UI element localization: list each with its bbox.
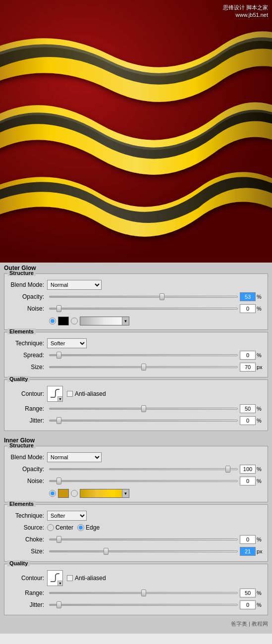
ig-radio-gradient[interactable]: [71, 490, 78, 497]
ig-center-radio[interactable]: [47, 524, 54, 531]
ig-source-center[interactable]: Center: [47, 524, 73, 531]
watermark: 思锋设计 脚本之家 www.jb51.net: [223, 4, 268, 19]
ig-technique-select[interactable]: Softer: [47, 511, 87, 521]
inner-glow-quality-title: Quality: [7, 560, 30, 566]
og-spread-unit: %: [257, 352, 265, 358]
ig-range-value[interactable]: 50: [240, 589, 256, 597]
ig-size-value[interactable]: 21: [240, 547, 256, 556]
blend-mode-select[interactable]: Normal: [47, 280, 102, 290]
og-spread-row: Spread: 0 %: [7, 350, 265, 360]
ig-blend-mode-select[interactable]: Normal: [47, 452, 102, 462]
og-radio-color[interactable]: [49, 318, 56, 324]
ig-jitter-unit: %: [257, 602, 265, 608]
og-spread-label: Spread:: [7, 352, 47, 359]
ig-opacity-label: Opacity:: [7, 466, 47, 473]
og-radio-gradient[interactable]: [71, 318, 78, 324]
og-size-row: Size: 70 px: [7, 362, 265, 372]
ig-edge-radio[interactable]: [77, 524, 84, 531]
og-color-swatch[interactable]: [58, 317, 69, 325]
noise-row: Noise: 0 %: [7, 304, 265, 314]
ig-jitter-slider[interactable]: [49, 604, 238, 606]
og-range-slider[interactable]: [49, 408, 238, 410]
inner-glow-elements: Elements Technique: Softer Source: Cente…: [4, 504, 268, 562]
og-range-value[interactable]: 50: [240, 404, 256, 413]
ig-opacity-slider[interactable]: [49, 468, 238, 470]
bottom-credit: 爸字奥 | 教程网: [0, 619, 272, 630]
ig-opacity-row: Opacity: 100 %: [7, 464, 265, 474]
ig-choke-slider[interactable]: [49, 538, 238, 540]
opacity-value[interactable]: 53: [240, 292, 256, 301]
og-contour-thumb[interactable]: ▼: [47, 386, 63, 402]
ig-range-row: Range: 50 %: [7, 588, 265, 598]
inner-glow-structure: Structure Blend Mode: Normal Opacity: 10…: [4, 446, 268, 502]
outer-glow-structure-title: Structure: [7, 270, 36, 276]
noise-slider[interactable]: [49, 308, 238, 310]
ig-jitter-value[interactable]: 0: [240, 600, 256, 609]
ig-choke-row: Choke: 0 %: [7, 535, 265, 544]
og-antialias-row: Anti-aliased: [67, 390, 106, 397]
ig-range-slider[interactable]: [49, 592, 238, 594]
noise-value[interactable]: 0: [240, 304, 256, 313]
outer-glow-elements-title: Elements: [7, 328, 36, 334]
noise-unit: %: [257, 306, 265, 312]
ig-blend-mode-label: Blend Mode:: [7, 454, 47, 461]
ig-radio-color[interactable]: [49, 490, 56, 497]
ig-jitter-row: Jitter: 0 %: [7, 600, 265, 610]
ig-source-row: Source: Center Edge: [7, 523, 265, 533]
og-technique-label: Technique:: [7, 340, 47, 347]
ig-contour-row: Contour: ▼ Anti-aliased: [7, 570, 265, 586]
opacity-label: Opacity:: [7, 293, 47, 300]
og-color-row: ▼: [7, 317, 265, 325]
ig-contour-arrow[interactable]: ▼: [57, 581, 62, 586]
og-contour-arrow[interactable]: ▼: [57, 396, 62, 401]
og-jitter-slider[interactable]: [49, 420, 238, 422]
outer-glow-structure: Structure Blend Mode: Normal Opacity: 53: [4, 273, 268, 330]
og-technique-select[interactable]: Softer: [47, 338, 87, 348]
blend-mode-row: Blend Mode: Normal: [7, 280, 265, 290]
noise-label: Noise:: [7, 305, 47, 312]
ig-choke-unit: %: [257, 537, 265, 542]
og-spread-slider[interactable]: [49, 354, 238, 356]
og-jitter-unit: %: [257, 418, 265, 424]
outer-glow-quality-title: Quality: [7, 376, 30, 382]
ig-choke-value[interactable]: 0: [240, 535, 256, 544]
og-jitter-row: Jitter: 0 %: [7, 416, 265, 426]
ig-size-unit: px: [257, 548, 265, 554]
ig-noise-value[interactable]: 0: [240, 477, 256, 485]
ig-antialias-checkbox[interactable]: [67, 575, 73, 581]
opacity-unit: %: [257, 294, 265, 300]
ig-choke-label: Choke:: [7, 536, 47, 543]
ig-opacity-unit: %: [257, 466, 265, 472]
ig-noise-slider[interactable]: [49, 480, 238, 482]
ig-contour-thumb[interactable]: ▼: [47, 570, 63, 586]
og-gradient-arrow[interactable]: ▼: [122, 317, 129, 325]
ig-technique-label: Technique:: [7, 512, 47, 519]
ig-blend-mode-row: Blend Mode: Normal: [7, 452, 265, 462]
ig-color-swatch[interactable]: [58, 489, 69, 498]
og-size-slider[interactable]: [49, 366, 238, 368]
ig-range-unit: %: [257, 590, 265, 596]
ig-noise-row: Noise: 0 %: [7, 476, 265, 486]
ig-antialias-label: Anti-aliased: [75, 575, 106, 582]
og-size-value[interactable]: 70: [240, 363, 256, 372]
ig-edge-label: Edge: [86, 524, 100, 531]
ig-contour-label: Contour:: [7, 575, 47, 582]
outer-glow-title: Outer Glow: [0, 263, 272, 272]
ig-source-options: Center Edge: [47, 524, 265, 531]
opacity-slider[interactable]: [49, 296, 238, 298]
preview-image: 思锋设计 脚本之家 www.jb51.net: [0, 0, 272, 263]
og-size-label: Size:: [7, 364, 47, 371]
ig-noise-label: Noise:: [7, 478, 47, 484]
ig-gradient-arrow[interactable]: ▼: [122, 489, 129, 497]
ig-gradient-swatch[interactable]: ▼: [80, 489, 129, 498]
ig-opacity-value[interactable]: 100: [240, 465, 256, 474]
ig-size-slider[interactable]: [49, 550, 238, 552]
inner-glow-structure-title: Structure: [7, 442, 36, 448]
ig-center-label: Center: [55, 524, 73, 531]
og-jitter-label: Jitter:: [7, 417, 47, 424]
og-antialias-checkbox[interactable]: [67, 391, 73, 397]
ig-source-edge[interactable]: Edge: [77, 524, 100, 531]
og-jitter-value[interactable]: 0: [240, 416, 256, 425]
og-gradient-swatch[interactable]: ▼: [80, 317, 129, 325]
og-spread-value[interactable]: 0: [240, 351, 256, 360]
